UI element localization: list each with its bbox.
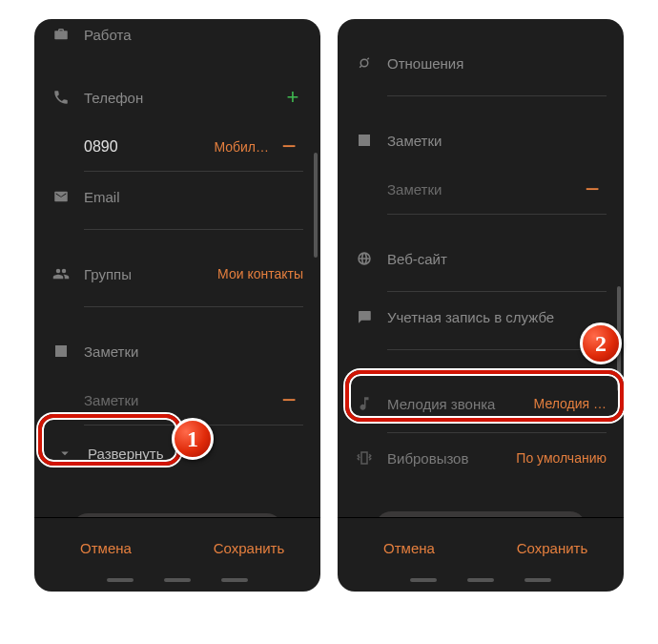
ringtone-value[interactable]: Мелодия … <box>534 396 607 411</box>
add-phone-button[interactable]: + <box>282 85 303 110</box>
remove-phone-button[interactable]: − <box>278 132 299 161</box>
email-icon <box>51 188 71 205</box>
field-im[interactable]: Учетная запись в службе <box>355 292 607 342</box>
groups-label: Группы <box>84 266 204 282</box>
field-email[interactable]: Email <box>51 172 303 221</box>
cancel-button[interactable]: Отмена <box>34 518 177 578</box>
phone-icon <box>51 89 71 106</box>
vibration-icon <box>355 449 374 467</box>
vibration-value[interactable]: По умолчанию <box>516 450 607 466</box>
notes-icon <box>51 343 71 360</box>
expand-label: Развернуть <box>88 446 164 462</box>
website-label: Веб-сайт <box>387 251 607 267</box>
field-vibration[interactable]: Вибровызов По умолчанию <box>355 433 607 483</box>
notes-label: Заметки <box>387 133 607 149</box>
work-label: Работа <box>84 27 303 43</box>
phone-left: Работа Телефон + 0890 Мобил… − <box>34 19 320 592</box>
notes-placeholder[interactable]: Заметки <box>387 181 572 197</box>
field-ringtone[interactable]: Мелодия звонка Мелодия … <box>355 379 607 428</box>
field-relations[interactable]: Отношения <box>355 38 607 88</box>
scroll-area[interactable]: Отношения Заметки Заметки − <box>338 19 624 517</box>
im-label: Учетная запись в службе <box>387 309 607 325</box>
field-website[interactable]: Веб-сайт <box>355 234 607 283</box>
notes-entry[interactable]: Заметки − <box>387 165 607 215</box>
remove-notes-button[interactable]: − <box>278 385 299 415</box>
bottom-bar: Отмена Сохранить <box>338 517 624 578</box>
phone-label: Телефон <box>84 90 269 106</box>
phone-entry[interactable]: 0890 Мобил… − <box>84 122 303 172</box>
phone-right: Отношения Заметки Заметки − <box>338 19 624 592</box>
email-label: Email <box>84 189 303 205</box>
scrollbar[interactable] <box>617 286 621 391</box>
vibration-label: Вибровызов <box>387 450 503 467</box>
ringtone-label: Мелодия звонка <box>387 396 521 412</box>
notes-label: Заметки <box>84 343 303 360</box>
group-icon <box>51 265 71 282</box>
save-button[interactable]: Сохранить <box>177 518 320 578</box>
relations-label: Отношения <box>387 55 607 72</box>
relations-icon <box>355 54 374 72</box>
ringtone-icon <box>355 395 374 412</box>
field-phone-header: Телефон + <box>51 73 303 122</box>
field-work[interactable]: Работа <box>51 19 303 59</box>
scroll-area[interactable]: Работа Телефон + 0890 Мобил… − <box>34 19 320 517</box>
globe-icon <box>355 250 374 267</box>
nav-bar <box>34 578 320 592</box>
save-button[interactable]: Сохранить <box>481 518 624 578</box>
groups-value[interactable]: Мои контакты <box>217 266 303 281</box>
notes-placeholder[interactable]: Заметки <box>84 392 269 408</box>
cancel-button[interactable]: Отмена <box>338 518 481 578</box>
delete-contact-button[interactable]: Удалить контакт из телефона <box>375 511 587 517</box>
remove-notes-button[interactable]: − <box>582 175 603 204</box>
field-notes-header: Заметки <box>51 326 303 376</box>
scrollbar[interactable] <box>314 153 318 258</box>
chevron-down-icon <box>55 445 74 462</box>
delete-contact-button[interactable]: Удалить контакт из телефона <box>72 513 284 517</box>
notes-icon <box>355 132 374 149</box>
bottom-bar: Отмена Сохранить <box>34 517 320 578</box>
field-groups[interactable]: Группы Мои контакты <box>51 249 303 299</box>
phone-value[interactable]: 0890 <box>84 138 204 156</box>
expand-button[interactable]: Развернуть <box>38 431 317 475</box>
nav-bar <box>338 578 624 592</box>
briefcase-icon <box>51 26 71 43</box>
field-notes-header: Заметки <box>355 115 607 165</box>
phone-type[interactable]: Мобил… <box>214 139 269 155</box>
notes-entry[interactable]: Заметки − <box>84 376 303 426</box>
chat-icon <box>355 308 374 325</box>
